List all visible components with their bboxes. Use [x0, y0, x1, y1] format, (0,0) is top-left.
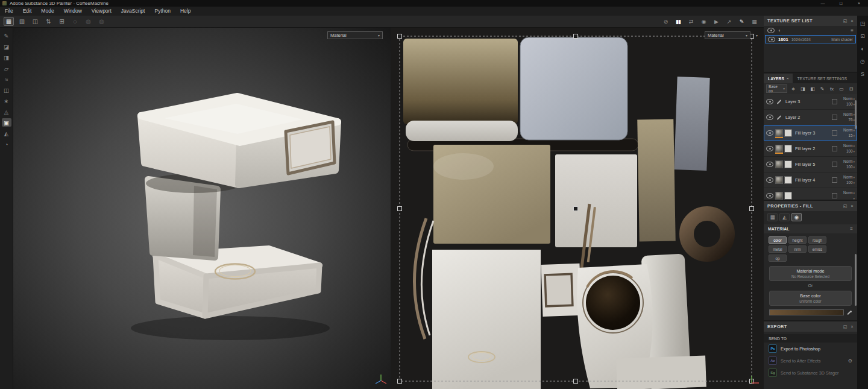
layer-visibility-icon[interactable] [766, 130, 773, 136]
layer-checkbox[interactable] [832, 193, 837, 198]
channel-toggle[interactable]: metal [769, 245, 787, 253]
minimize-button[interactable]: — [814, 0, 832, 7]
close-button[interactable]: × [850, 0, 868, 7]
toolbar-icon[interactable]: ⇅ [43, 17, 54, 26]
tool-icon[interactable]: ▱ [2, 64, 11, 72]
menu-item[interactable]: JavaScript [116, 7, 150, 16]
uv-island-khaki-panel[interactable] [403, 39, 518, 124]
menu-item[interactable]: Edit [18, 7, 37, 16]
blend-mode-dropdown[interactable]: Norm [843, 113, 855, 116]
tool-icon[interactable]: ▣ [2, 118, 11, 127]
opacity-dropdown[interactable]: 100 [846, 165, 855, 169]
tool-icon[interactable]: ◬ [2, 107, 11, 116]
opacity-dropdown[interactable]: 100 [846, 181, 855, 185]
layers-toolbar-icon[interactable]: ◨ [799, 85, 807, 92]
close-panel-icon[interactable]: × [851, 324, 854, 329]
tool-icon[interactable]: ◫ [2, 86, 11, 94]
tool-icon[interactable]: ◔ [2, 140, 11, 148]
fill-material-thumbnail[interactable] [775, 176, 783, 184]
uv-island-crescent-dark[interactable] [414, 218, 426, 339]
section-menu-icon[interactable]: ≡ [850, 226, 853, 232]
texture-set-item[interactable]: 1001 1024x1024 Main shader [765, 35, 856, 43]
layer-checkbox[interactable] [832, 146, 837, 151]
uv-island-donut-ring[interactable] [687, 213, 728, 255]
blend-mode-dropdown[interactable]: Norm [843, 144, 855, 148]
layer-visibility-icon[interactable] [766, 146, 773, 151]
channel-toggle[interactable]: nrm [788, 245, 807, 253]
opacity-dropdown[interactable] [852, 197, 855, 200]
toolbar-icon[interactable]: ▦ [4, 17, 14, 26]
view-options-dropdown-2d[interactable] [753, 32, 761, 39]
uv-island-dark-circle[interactable] [586, 276, 640, 330]
layer-checkbox[interactable] [832, 177, 837, 183]
layer-row[interactable]: Fill layer 5 Norm 100 [764, 157, 857, 172]
uv-island-white-mid[interactable] [555, 154, 637, 247]
uv-island-gray-tall[interactable] [674, 77, 709, 171]
dock-icon[interactable]: ⊡ [858, 32, 867, 40]
layer-row[interactable]: Layer 2 Norm 76 [764, 110, 857, 125]
uv-island-light-pill[interactable] [406, 121, 518, 141]
layer-checkbox[interactable] [832, 130, 837, 136]
shader-mode-dropdown-2d[interactable]: Material [705, 31, 750, 39]
blend-mode-dropdown[interactable]: Norm [843, 160, 855, 163]
properties-tab-icon[interactable]: ◉ [791, 213, 802, 221]
uv-island-blue-square[interactable] [520, 37, 627, 140]
tool-icon[interactable]: ✎ [2, 31, 11, 40]
layer-visibility-icon[interactable] [766, 193, 773, 198]
send-to-item[interactable]: Ae Send to After Effects ⚙ [764, 355, 857, 367]
channel-toggle[interactable]: height [788, 236, 807, 244]
fill-material-thumbnail[interactable] [775, 192, 783, 200]
base-color-swatch[interactable] [769, 309, 844, 315]
layer-visibility-icon[interactable] [766, 99, 773, 104]
visibility-all-icon[interactable] [767, 28, 775, 33]
channel-toggle[interactable]: emiss [808, 245, 826, 253]
layers-toolbar-icon[interactable]: ∗ [790, 85, 797, 92]
tool-icon[interactable]: ◪ [2, 42, 11, 51]
menu-item[interactable]: File [0, 7, 18, 16]
menu-item[interactable]: Viewport [87, 7, 116, 16]
tool-icon[interactable]: ◨ [2, 53, 11, 62]
uv-island-crescent-light[interactable] [421, 221, 433, 335]
shader-mode-dropdown-3d[interactable]: Material [327, 31, 383, 39]
opacity-dropdown[interactable]: 76 [848, 118, 855, 122]
uv-island-bottom-rect[interactable] [616, 355, 706, 389]
send-to-item[interactable]: Sg Send to Substance 3D Stager ⚙ [764, 367, 857, 379]
fill-material-thumbnail[interactable] [775, 145, 783, 153]
layer-visibility-icon[interactable] [766, 115, 773, 120]
layers-toolbar-icon[interactable]: ✎ [819, 85, 826, 92]
layer-row[interactable]: Fill layer 2 Norm 100 [764, 141, 857, 156]
opacity-dropdown[interactable]: 15 [848, 134, 855, 138]
fill-material-thumbnail[interactable] [775, 129, 783, 137]
close-panel-icon[interactable]: × [851, 19, 854, 24]
viewport-control-icon[interactable]: ↗ [725, 17, 732, 26]
fill-mask-thumbnail[interactable] [784, 129, 792, 137]
layer-row[interactable]: Norm [764, 188, 857, 200]
viewport-control-icon[interactable]: ▶ [712, 17, 720, 26]
toolbar-icon[interactable]: ◍ [96, 17, 107, 26]
opacity-dropdown[interactable]: 100 [846, 150, 855, 153]
coffee-machine-3d-model[interactable] [13, 28, 391, 389]
dock-icon[interactable]: S [858, 70, 867, 78]
menu-item[interactable]: Help [175, 7, 195, 16]
fill-material-thumbnail[interactable] [775, 160, 783, 168]
menu-item[interactable]: Python [149, 7, 175, 16]
layer-visibility-icon[interactable] [766, 177, 773, 183]
tab-texture-set-settings[interactable]: TEXTURE SET SETTINGS [793, 74, 851, 83]
popout-icon[interactable]: ◱ [843, 324, 848, 329]
tool-icon[interactable]: ∗ [2, 96, 11, 105]
viewport-control-icon[interactable]: ◉ [700, 17, 707, 26]
layers-toolbar-icon[interactable]: ▭ [838, 85, 845, 92]
dock-icon[interactable]: ◷ [858, 57, 867, 65]
base-color-button[interactable]: Base color uniform color [769, 291, 852, 306]
material-filter-icon[interactable]: ◐ [778, 28, 781, 33]
viewport-2d-uv[interactable]: Material [391, 28, 764, 389]
viewport-control-icon[interactable]: ⊘ [662, 17, 669, 26]
uv-layout-canvas[interactable] [391, 28, 764, 389]
layer-checkbox[interactable] [832, 162, 837, 167]
blend-mode-dropdown[interactable]: Norm [843, 97, 855, 101]
fill-mask-thumbnail[interactable] [784, 176, 792, 184]
maximize-button[interactable]: □ [832, 0, 850, 7]
layer-row[interactable]: Layer 3 Norm 100 [764, 94, 857, 109]
menu-item[interactable]: Window [59, 7, 87, 16]
tab-layers[interactable]: LAYERS × [764, 74, 793, 83]
